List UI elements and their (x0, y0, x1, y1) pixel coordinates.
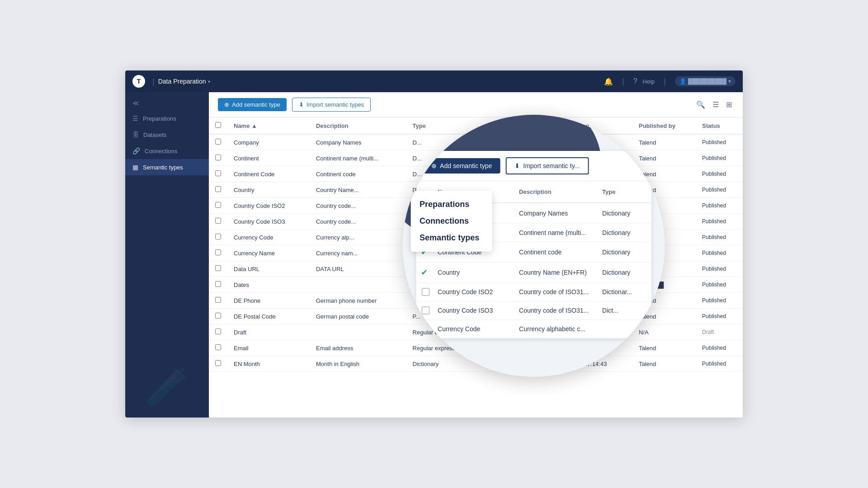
sidebar-item-preparations[interactable]: ☰ Preparations (125, 110, 209, 127)
magnifier-content: ⊕ Add semantic type ⬇ Import semantic ty… (416, 151, 651, 338)
row-checkbox[interactable] (215, 344, 221, 350)
mag-table-row: ✔ Continent Code Continent code Dictiona… (416, 242, 651, 263)
content-header: ⊕ Add semantic type ⬇ Import semantic ty… (209, 92, 743, 117)
content-area: ⊕ Add semantic type ⬇ Import semantic ty… (209, 92, 743, 418)
mag-row-description: Company Names (514, 205, 597, 222)
row-checkbox-cell[interactable] (209, 324, 227, 340)
uncheck-icon (421, 325, 429, 333)
notification-icon[interactable]: 🔔 (604, 77, 613, 86)
mag-add-label: Add semantic type (440, 162, 492, 169)
row-checkbox[interactable] (215, 234, 221, 239)
mag-row-check[interactable]: ✔ (416, 203, 432, 223)
row-checkbox[interactable] (215, 139, 221, 145)
col-type[interactable]: Type (406, 117, 488, 134)
mag-row-check[interactable]: ✔ (416, 242, 432, 262)
row-published-by: Talend (632, 340, 696, 356)
title-chevron-icon: ▾ (208, 79, 210, 84)
row-checkbox[interactable] (215, 202, 221, 208)
row-checkbox-cell[interactable] (209, 214, 227, 230)
row-checkbox-cell[interactable] (209, 182, 227, 198)
check-icon: ✔ (421, 247, 427, 257)
col-published-by[interactable]: Published by (632, 117, 696, 134)
mag-col-check (416, 185, 432, 199)
app-title[interactable]: Data Preparation ▾ (158, 78, 210, 85)
row-checkbox-cell[interactable] (209, 261, 227, 277)
sidebar-collapse-btn[interactable]: ≪ (125, 96, 209, 110)
row-checkbox[interactable] (215, 186, 221, 192)
mag-add-semantic-type-button[interactable]: ⊕ Add semantic type (423, 158, 500, 174)
row-type: D... (406, 134, 488, 150)
mag-col-name[interactable]: Name ▲ (432, 185, 514, 199)
row-checkbox-cell[interactable] (209, 245, 227, 261)
row-checkbox-cell[interactable] (209, 134, 227, 150)
mag-table-row: ✔ Company Company Names Dictionary (416, 203, 651, 224)
mag-row-type: Dictionar... (597, 283, 651, 300)
row-checkbox-cell[interactable] (209, 150, 227, 166)
row-checkbox[interactable] (215, 265, 221, 271)
mag-row-check[interactable]: ✔ (416, 263, 432, 282)
select-all-header[interactable] (209, 117, 227, 134)
col-status[interactable]: Status (696, 117, 743, 134)
row-published-on: 2017-05-12 17:14:43 (546, 356, 632, 372)
mag-col-description[interactable]: Description (514, 185, 597, 199)
mag-row-check[interactable] (416, 301, 432, 319)
top-nav-right: 🔔 | ? Help | 👤 ██████████ ▾ (604, 76, 736, 86)
import-semantic-types-button[interactable]: ⬇ Import semantic types (292, 98, 371, 112)
add-semantic-type-button[interactable]: ⊕ Add semantic type (218, 98, 287, 111)
row-checkbox[interactable] (215, 297, 221, 303)
list-view-button[interactable]: ☰ (711, 99, 721, 111)
row-checkbox-cell[interactable] (209, 166, 227, 182)
add-icon: ⊕ (224, 101, 229, 108)
username-label: ██████████ (688, 78, 726, 84)
connections-icon: 🔗 (132, 147, 140, 155)
col-published-on[interactable]: Published on (546, 117, 632, 134)
mag-row-description: Continent name (multi... (514, 224, 597, 241)
row-status: Published (696, 150, 743, 166)
row-checkbox[interactable] (215, 360, 221, 366)
row-description: Email address (310, 340, 406, 356)
row-checkbox[interactable] (215, 313, 221, 319)
row-checkbox[interactable] (215, 249, 221, 255)
sidebar-item-datasets[interactable]: 🗄 Datasets (125, 127, 209, 143)
grid-view-button[interactable]: ⊞ (724, 99, 734, 111)
row-checkbox-cell[interactable] (209, 340, 227, 356)
sidebar-item-semantic-types[interactable]: ▦ Semantic types (125, 159, 209, 175)
row-checkbox-cell[interactable] (209, 230, 227, 245)
select-all-checkbox[interactable] (215, 122, 221, 128)
mag-import-label: Import semantic ty... (523, 162, 580, 169)
mag-row-check[interactable] (416, 320, 432, 338)
row-checkbox-cell[interactable] (209, 309, 227, 324)
row-checkbox[interactable] (215, 281, 221, 287)
mag-rows-container: ✔ Company Company Names Dictionary Conti… (416, 203, 651, 338)
row-checkbox-cell[interactable] (209, 293, 227, 309)
row-checkbox[interactable] (215, 155, 221, 160)
mag-col-type[interactable]: Type (597, 185, 651, 199)
row-checkbox-cell[interactable] (209, 277, 227, 293)
mag-import-button[interactable]: ⬇ Import semantic ty... (505, 157, 589, 174)
col-description[interactable]: Description (310, 117, 406, 134)
row-checkbox[interactable] (215, 170, 221, 176)
row-description: German phone number (310, 293, 406, 309)
mag-row-check[interactable] (416, 224, 432, 242)
mag-row-description: Country Name (EN+FR) (514, 264, 597, 281)
row-checkbox-cell[interactable] (209, 198, 227, 214)
row-description: Currency nam... (310, 245, 406, 261)
table-row: EN Month Month in English Dictionary Tal… (209, 356, 743, 372)
row-checkbox-cell[interactable] (209, 356, 227, 372)
row-status: Published (696, 134, 743, 150)
col-modified-by[interactable]: Modified by (488, 117, 546, 134)
row-description: Currency alp... (310, 230, 406, 245)
mag-row-type: Dictionary (597, 224, 651, 241)
row-checkbox[interactable] (215, 328, 221, 334)
mag-row-check[interactable] (416, 283, 432, 301)
user-menu[interactable]: 👤 ██████████ ▾ (675, 76, 736, 86)
preparations-icon: ☰ (132, 115, 138, 122)
search-button[interactable]: 🔍 (694, 99, 707, 111)
help-label[interactable]: Help (643, 78, 655, 85)
sidebar-item-connections[interactable]: 🔗 Connections (125, 143, 209, 159)
row-description: Country Name... (310, 182, 406, 198)
col-name[interactable]: Name ▲ (227, 117, 310, 134)
help-icon[interactable]: ? (633, 77, 637, 85)
row-name: Country Code ISO3 (227, 214, 310, 230)
row-checkbox[interactable] (215, 218, 221, 224)
